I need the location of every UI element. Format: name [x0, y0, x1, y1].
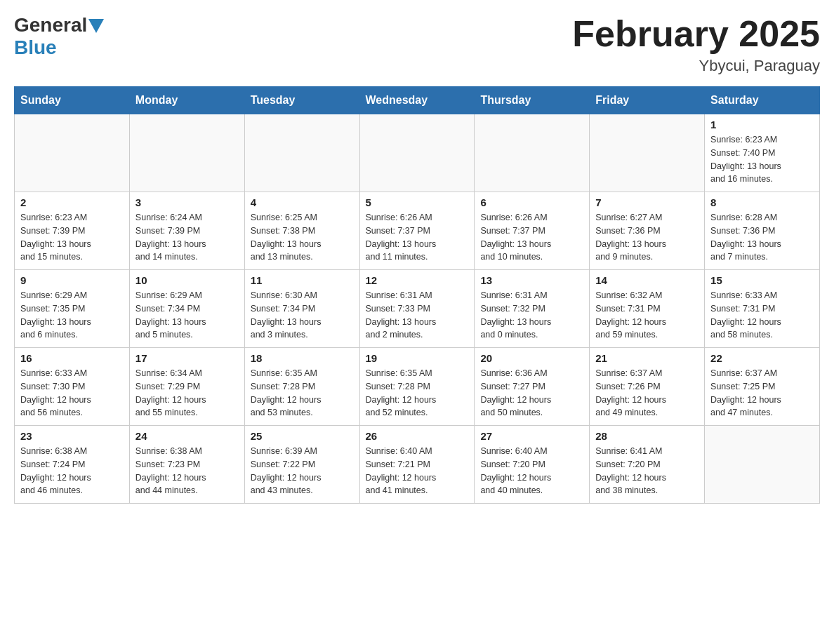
calendar-cell: 23Sunrise: 6:38 AM Sunset: 7:24 PM Dayli… [15, 426, 130, 504]
calendar-cell: 5Sunrise: 6:26 AM Sunset: 7:37 PM Daylig… [359, 192, 475, 270]
logo-general-text: General [14, 14, 87, 36]
calendar-header-row: SundayMondayTuesdayWednesdayThursdayFrid… [15, 87, 820, 114]
calendar-cell: 3Sunrise: 6:24 AM Sunset: 7:39 PM Daylig… [129, 192, 244, 270]
day-number: 4 [251, 196, 354, 208]
day-info: Sunrise: 6:31 AM Sunset: 7:33 PM Dayligh… [366, 289, 469, 342]
calendar-cell [475, 114, 590, 192]
calendar-cell: 19Sunrise: 6:35 AM Sunset: 7:28 PM Dayli… [359, 348, 475, 426]
day-info: Sunrise: 6:31 AM Sunset: 7:32 PM Dayligh… [480, 289, 583, 342]
day-info: Sunrise: 6:37 AM Sunset: 7:25 PM Dayligh… [710, 367, 814, 420]
day-info: Sunrise: 6:26 AM Sunset: 7:37 PM Dayligh… [480, 211, 583, 264]
day-info: Sunrise: 6:33 AM Sunset: 7:31 PM Dayligh… [710, 289, 814, 342]
day-number: 6 [480, 196, 583, 208]
day-number: 2 [20, 196, 124, 208]
day-number: 26 [366, 430, 469, 442]
day-of-week-header: Wednesday [359, 87, 475, 114]
calendar-cell: 11Sunrise: 6:30 AM Sunset: 7:34 PM Dayli… [244, 270, 359, 348]
day-number: 7 [595, 196, 699, 208]
day-number: 27 [480, 430, 583, 442]
calendar-cell: 8Sunrise: 6:28 AM Sunset: 7:36 PM Daylig… [705, 192, 820, 270]
page-header: General Blue February 2025 Ybycui, Parag… [14, 14, 820, 75]
calendar-cell: 1Sunrise: 6:23 AM Sunset: 7:40 PM Daylig… [705, 114, 820, 192]
day-number: 8 [710, 196, 814, 208]
calendar-cell: 6Sunrise: 6:26 AM Sunset: 7:37 PM Daylig… [475, 192, 590, 270]
calendar-week-row: 9Sunrise: 6:29 AM Sunset: 7:35 PM Daylig… [15, 270, 820, 348]
calendar-cell: 14Sunrise: 6:32 AM Sunset: 7:31 PM Dayli… [590, 270, 705, 348]
day-number: 12 [366, 274, 469, 286]
day-of-week-header: Thursday [475, 87, 590, 114]
calendar-cell: 17Sunrise: 6:34 AM Sunset: 7:29 PM Dayli… [129, 348, 244, 426]
calendar-cell: 24Sunrise: 6:38 AM Sunset: 7:23 PM Dayli… [129, 426, 244, 504]
calendar-cell: 27Sunrise: 6:40 AM Sunset: 7:20 PM Dayli… [475, 426, 590, 504]
day-number: 14 [595, 274, 699, 286]
calendar-cell: 26Sunrise: 6:40 AM Sunset: 7:21 PM Dayli… [359, 426, 475, 504]
calendar-cell: 10Sunrise: 6:29 AM Sunset: 7:34 PM Dayli… [129, 270, 244, 348]
day-info: Sunrise: 6:36 AM Sunset: 7:27 PM Dayligh… [480, 367, 583, 420]
day-number: 11 [251, 274, 354, 286]
day-info: Sunrise: 6:24 AM Sunset: 7:39 PM Dayligh… [135, 211, 239, 264]
calendar-cell: 20Sunrise: 6:36 AM Sunset: 7:27 PM Dayli… [475, 348, 590, 426]
calendar-table: SundayMondayTuesdayWednesdayThursdayFrid… [14, 86, 820, 504]
calendar-cell: 12Sunrise: 6:31 AM Sunset: 7:33 PM Dayli… [359, 270, 475, 348]
day-info: Sunrise: 6:33 AM Sunset: 7:30 PM Dayligh… [20, 367, 124, 420]
calendar-cell [15, 114, 130, 192]
day-number: 22 [710, 352, 814, 364]
day-number: 13 [480, 274, 583, 286]
day-number: 21 [595, 352, 699, 364]
day-info: Sunrise: 6:23 AM Sunset: 7:40 PM Dayligh… [710, 133, 814, 186]
day-of-week-header: Friday [590, 87, 705, 114]
day-info: Sunrise: 6:39 AM Sunset: 7:22 PM Dayligh… [251, 445, 354, 497]
calendar-cell: 4Sunrise: 6:25 AM Sunset: 7:38 PM Daylig… [244, 192, 359, 270]
day-info: Sunrise: 6:28 AM Sunset: 7:36 PM Dayligh… [710, 211, 814, 264]
calendar-cell [129, 114, 244, 192]
calendar-cell [359, 114, 475, 192]
calendar-week-row: 2Sunrise: 6:23 AM Sunset: 7:39 PM Daylig… [15, 192, 820, 270]
day-number: 19 [366, 352, 469, 364]
day-number: 25 [251, 430, 354, 442]
day-info: Sunrise: 6:38 AM Sunset: 7:23 PM Dayligh… [135, 445, 239, 497]
day-number: 23 [20, 430, 124, 442]
day-number: 20 [480, 352, 583, 364]
title-section: February 2025 Ybycui, Paraguay [572, 14, 820, 75]
day-number: 28 [595, 430, 699, 442]
day-info: Sunrise: 6:32 AM Sunset: 7:31 PM Dayligh… [595, 289, 699, 342]
day-info: Sunrise: 6:37 AM Sunset: 7:26 PM Dayligh… [595, 367, 699, 420]
day-number: 9 [20, 274, 124, 286]
day-info: Sunrise: 6:25 AM Sunset: 7:38 PM Dayligh… [251, 211, 354, 264]
calendar-cell: 9Sunrise: 6:29 AM Sunset: 7:35 PM Daylig… [15, 270, 130, 348]
day-info: Sunrise: 6:40 AM Sunset: 7:21 PM Dayligh… [366, 445, 469, 497]
day-number: 10 [135, 274, 239, 286]
day-number: 15 [710, 274, 814, 286]
calendar-week-row: 23Sunrise: 6:38 AM Sunset: 7:24 PM Dayli… [15, 426, 820, 504]
day-number: 24 [135, 430, 239, 442]
calendar-cell [705, 426, 820, 504]
day-info: Sunrise: 6:40 AM Sunset: 7:20 PM Dayligh… [480, 445, 583, 497]
logo: General Blue [14, 14, 104, 59]
day-number: 1 [710, 119, 814, 130]
calendar-cell: 16Sunrise: 6:33 AM Sunset: 7:30 PM Dayli… [15, 348, 130, 426]
day-info: Sunrise: 6:38 AM Sunset: 7:24 PM Dayligh… [20, 445, 124, 497]
day-number: 17 [135, 352, 239, 364]
calendar-cell [244, 114, 359, 192]
day-info: Sunrise: 6:23 AM Sunset: 7:39 PM Dayligh… [20, 211, 124, 264]
calendar-cell: 25Sunrise: 6:39 AM Sunset: 7:22 PM Dayli… [244, 426, 359, 504]
day-info: Sunrise: 6:35 AM Sunset: 7:28 PM Dayligh… [366, 367, 469, 420]
month-title: February 2025 [572, 14, 820, 54]
calendar-week-row: 1Sunrise: 6:23 AM Sunset: 7:40 PM Daylig… [15, 114, 820, 192]
day-number: 18 [251, 352, 354, 364]
calendar-cell: 21Sunrise: 6:37 AM Sunset: 7:26 PM Dayli… [590, 348, 705, 426]
calendar-cell: 18Sunrise: 6:35 AM Sunset: 7:28 PM Dayli… [244, 348, 359, 426]
calendar-cell: 2Sunrise: 6:23 AM Sunset: 7:39 PM Daylig… [15, 192, 130, 270]
calendar-cell: 15Sunrise: 6:33 AM Sunset: 7:31 PM Dayli… [705, 270, 820, 348]
day-of-week-header: Tuesday [244, 87, 359, 114]
calendar-cell: 28Sunrise: 6:41 AM Sunset: 7:20 PM Dayli… [590, 426, 705, 504]
calendar-cell [590, 114, 705, 192]
day-number: 5 [366, 196, 469, 208]
day-info: Sunrise: 6:41 AM Sunset: 7:20 PM Dayligh… [595, 445, 699, 497]
svg-marker-0 [88, 19, 104, 33]
day-of-week-header: Sunday [15, 87, 130, 114]
calendar-week-row: 16Sunrise: 6:33 AM Sunset: 7:30 PM Dayli… [15, 348, 820, 426]
day-info: Sunrise: 6:27 AM Sunset: 7:36 PM Dayligh… [595, 211, 699, 264]
day-info: Sunrise: 6:29 AM Sunset: 7:34 PM Dayligh… [135, 289, 239, 342]
day-info: Sunrise: 6:35 AM Sunset: 7:28 PM Dayligh… [251, 367, 354, 420]
